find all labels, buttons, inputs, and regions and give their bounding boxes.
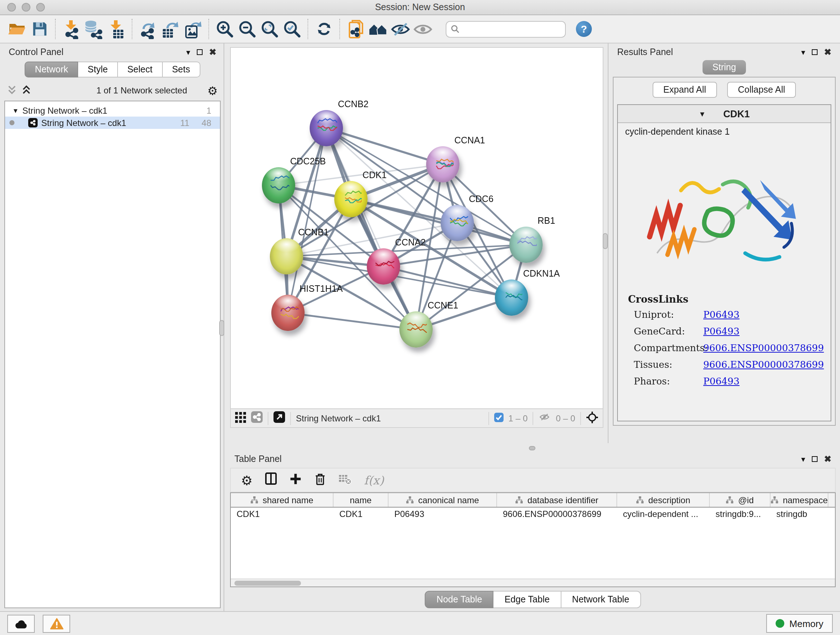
disclosure-triangle-icon[interactable]: ▼ (12, 107, 19, 114)
right-splitter-handle[interactable] (603, 233, 608, 249)
tab-node-table[interactable]: Node Table (425, 591, 494, 608)
function-builder-button[interactable]: f(x) (364, 473, 384, 487)
tree-network-row[interactable]: String Network – cdk1 11 48 (5, 117, 220, 129)
network-canvas[interactable]: CCNB2CCNA1CDC25BCDK1CDC6RB1CCNB1CCNA2CDK… (230, 47, 603, 409)
import-network-file-button[interactable] (60, 18, 82, 40)
column-header-database-identifier[interactable]: database identifier (497, 493, 617, 507)
delete-table-icon (339, 473, 352, 484)
scrollbar-thumb[interactable] (234, 581, 301, 586)
network-node-CCNA2[interactable] (367, 249, 400, 285)
panel-menu-caret-icon[interactable]: ▾ (801, 48, 805, 57)
network-node-CCNA1[interactable] (426, 146, 459, 182)
table-cell[interactable]: 9606.ENSP00000378699 (497, 508, 617, 521)
network-node-CDK1[interactable] (334, 181, 368, 217)
grid-mode-button[interactable] (235, 412, 246, 424)
table-cell[interactable]: CDK1 (231, 508, 333, 521)
protein-structure-image (618, 138, 831, 283)
export-network-button[interactable] (137, 18, 159, 40)
create-column-button[interactable] (289, 472, 302, 488)
column-header-name[interactable]: name (333, 493, 388, 507)
expand-all-button[interactable]: Expand All (653, 82, 717, 98)
column-header-shared-name[interactable]: shared name (231, 493, 333, 507)
network-options-gear-button[interactable]: ⚙ (207, 84, 218, 97)
network-node-CDC6[interactable] (441, 205, 474, 241)
tab-network-table[interactable]: Network Table (561, 591, 641, 608)
table-cell[interactable]: stringdb (771, 508, 829, 521)
search-field[interactable] (446, 21, 566, 37)
network-node-CCNB1[interactable] (270, 238, 303, 274)
float-panel-button[interactable] (812, 456, 818, 462)
new-network-from-selection-button[interactable] (344, 18, 367, 40)
tab-network[interactable]: Network (25, 62, 79, 78)
horizontal-splitter[interactable] (224, 443, 840, 452)
table-cell[interactable]: stringdb:9... (710, 508, 771, 521)
network-badge-button[interactable] (251, 411, 263, 425)
column-header-namespace[interactable]: namespace (771, 493, 829, 507)
detach-view-button[interactable] (273, 411, 285, 425)
zoom-selected-button[interactable] (281, 18, 303, 40)
cloud-status-button[interactable] (7, 614, 35, 632)
memory-label: Memory (789, 618, 823, 629)
network-node-CCNE1[interactable] (399, 311, 433, 348)
search-input[interactable] (462, 24, 561, 34)
panel-menu-caret-icon[interactable]: ▾ (186, 48, 190, 57)
show-all-button[interactable] (412, 18, 434, 40)
tab-edge-table[interactable]: Edge Table (494, 591, 561, 608)
close-panel-button[interactable]: ✖ (824, 454, 831, 464)
export-image-button[interactable] (182, 18, 204, 40)
selected-checkbox-icon[interactable] (494, 412, 503, 424)
tree-root-row[interactable]: ▼ String Network – cdk1 1 (5, 104, 220, 117)
zoom-in-button[interactable] (213, 18, 236, 40)
splitter-handle[interactable] (529, 446, 535, 450)
column-header-canonical-name[interactable]: canonical name (388, 493, 497, 507)
table-mode-gear-button[interactable]: ⚙ (241, 472, 253, 488)
crosslink-pharos-link[interactable]: P06493 (703, 376, 739, 386)
export-table-button[interactable] (159, 18, 182, 40)
column-header--id[interactable]: @id (710, 493, 771, 507)
float-panel-button[interactable] (197, 49, 202, 55)
fit-content-button[interactable] (586, 411, 598, 425)
show-columns-button[interactable] (265, 472, 277, 488)
float-panel-button[interactable] (812, 49, 818, 55)
crosslink-genecard-link[interactable]: P06493 (703, 326, 739, 337)
delete-columns-button[interactable] (314, 472, 326, 488)
panel-menu-caret-icon[interactable]: ▾ (801, 454, 805, 464)
import-table-button[interactable] (105, 18, 127, 40)
table-cell[interactable]: cyclin-dependent ... (617, 508, 710, 521)
warning-status-button[interactable] (43, 614, 70, 632)
zoom-fit-button[interactable] (258, 18, 281, 40)
table-cell[interactable]: P06493 (388, 508, 497, 521)
collapse-tree-button[interactable] (22, 84, 31, 97)
close-panel-button[interactable]: ✖ (209, 47, 216, 57)
network-node-RB1[interactable] (509, 226, 543, 263)
hide-selected-button[interactable] (389, 18, 412, 40)
horizontal-scrollbar[interactable] (231, 578, 835, 586)
left-splitter-handle[interactable] (219, 320, 224, 336)
delete-table-button[interactable] (339, 473, 352, 487)
collapse-all-button[interactable]: Collapse All (727, 82, 796, 98)
crosslink-tissues-link[interactable]: 9606.ENSP00000378699 (703, 359, 824, 370)
tab-string[interactable]: String (702, 60, 746, 74)
network-node-CCNB2[interactable] (309, 110, 343, 146)
open-session-button[interactable] (6, 18, 28, 40)
network-node-CDKN1A[interactable] (495, 279, 528, 316)
crosslink-compartments-link[interactable]: 9606.ENSP00000378699 (703, 342, 824, 353)
crosslink-uniprot-link[interactable]: P06493 (703, 309, 739, 320)
memory-button[interactable]: Memory (766, 614, 833, 633)
tab-select[interactable]: Select (118, 62, 163, 78)
help-button[interactable]: ? (576, 21, 592, 37)
close-panel-button[interactable]: ✖ (824, 47, 831, 57)
network-node-CDC25B[interactable] (262, 167, 295, 203)
column-header-description[interactable]: description (617, 493, 710, 507)
entry-collapse-triangle-icon[interactable]: ▼ (699, 110, 706, 118)
zoom-out-button[interactable] (236, 18, 258, 40)
network-node-HIST1H1A[interactable] (271, 295, 305, 331)
expand-tree-button[interactable] (7, 84, 17, 97)
group-nodes-button[interactable] (367, 18, 389, 40)
tab-sets[interactable]: Sets (163, 62, 200, 78)
import-network-database-button[interactable] (82, 18, 105, 40)
table-cell[interactable]: CDK1 (333, 508, 388, 521)
tab-style[interactable]: Style (78, 62, 118, 78)
save-session-button[interactable] (28, 18, 51, 40)
apply-layout-button[interactable] (313, 18, 335, 40)
